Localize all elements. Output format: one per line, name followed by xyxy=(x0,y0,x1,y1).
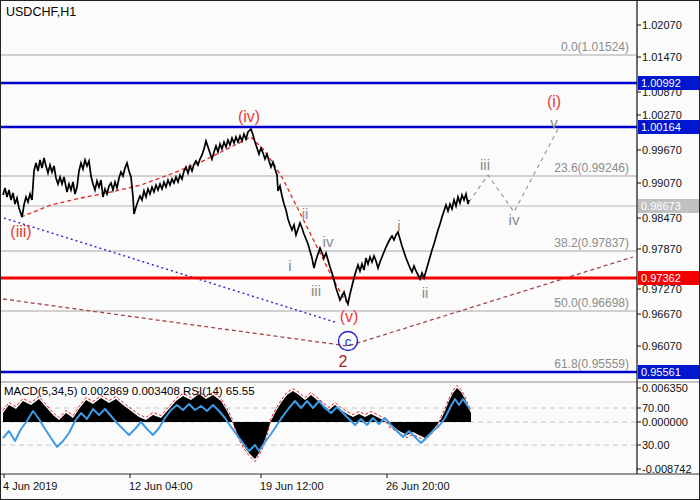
chart-plot-area[interactable] xyxy=(1,1,637,382)
trading-chart-window: { "window": { "title": "USDCHF,H1" }, "i… xyxy=(0,0,700,500)
indicator-pane-area[interactable] xyxy=(1,382,637,474)
